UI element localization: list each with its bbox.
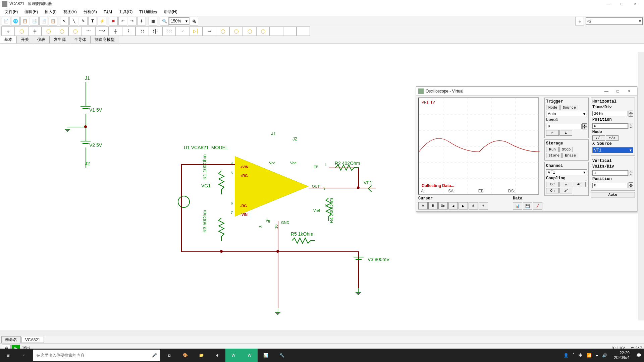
taskbar-clock[interactable]: 22:29 2020/5/4 xyxy=(611,351,632,360)
ground-icon[interactable]: ⏚ xyxy=(575,17,584,25)
minimize-button[interactable]: — xyxy=(602,2,615,6)
voltsdiv-input[interactable]: 1 xyxy=(592,170,628,176)
menu-tm[interactable]: T&M xyxy=(100,9,115,15)
comp-xfmr3[interactable]: ⌇⌇⌇ xyxy=(162,26,176,36)
zoom-tool[interactable]: 🔍 xyxy=(160,17,169,25)
taskbar-app-1[interactable]: 🎨 xyxy=(177,349,193,362)
task-view-icon[interactable]: ⧉ xyxy=(161,349,177,362)
mirror-tool[interactable]: ✛ xyxy=(137,17,146,25)
channel-combo[interactable]: VF1▾ xyxy=(546,169,587,175)
comp-ground[interactable]: ⏚ xyxy=(1,26,15,36)
source-vg1[interactable] xyxy=(178,196,190,208)
comp-s5[interactable]: ◯ xyxy=(216,26,229,36)
channel-color[interactable]: 🖊 xyxy=(559,188,572,193)
cursor-updown[interactable]: ± xyxy=(469,202,478,209)
mode-yt[interactable]: Y/T xyxy=(592,135,605,141)
voltsdiv-down[interactable]: ▼ xyxy=(629,173,633,176)
comp-cap[interactable]: ╫ xyxy=(109,26,122,36)
data-btn-2[interactable]: 💾 xyxy=(523,202,532,209)
comp-conn[interactable]: ⊸ xyxy=(203,26,216,36)
toolbar-btn-2[interactable]: 🌐 xyxy=(11,17,20,25)
tray-volume-icon[interactable]: 🔊 xyxy=(602,353,607,358)
comp-source2[interactable]: ◯ xyxy=(42,26,55,36)
timediv-input[interactable]: 200n xyxy=(592,111,628,116)
data-btn-1[interactable]: 📊 xyxy=(513,202,522,209)
mic-icon[interactable]: 🎤 xyxy=(152,353,157,358)
comp-empty-2[interactable] xyxy=(283,26,297,36)
tab-source[interactable]: 发生源 xyxy=(49,36,70,43)
grid-tool[interactable]: ▦ xyxy=(149,17,157,25)
tray-app-icon[interactable]: ● xyxy=(596,353,598,358)
comp-switch[interactable]: ⟋ xyxy=(176,26,189,36)
horiz-pos-input[interactable]: 0 xyxy=(592,123,628,129)
start-button[interactable]: ⊞ xyxy=(0,349,16,362)
rotate-left[interactable]: ↶ xyxy=(118,17,127,25)
symbol-tool[interactable]: ⚡ xyxy=(98,17,106,25)
storage-erase[interactable]: Erase xyxy=(562,153,578,158)
timediv-up[interactable]: ▲ xyxy=(629,111,633,114)
comp-source4[interactable]: ◯ xyxy=(68,26,82,36)
tab-switch[interactable]: 开关 xyxy=(16,36,33,43)
trigger-rise[interactable]: ↱ xyxy=(546,130,559,136)
taskbar-wps1[interactable]: W xyxy=(225,349,241,362)
canvas-scrollbar-v[interactable] xyxy=(638,52,644,320)
tab-basic[interactable]: 基本 xyxy=(0,36,17,43)
vert-pos-input[interactable]: 0 xyxy=(592,183,628,188)
comp-pot[interactable]: 〰↗ xyxy=(95,26,109,36)
pointer-tool[interactable]: ↖ xyxy=(60,17,69,25)
tray-chevron-icon[interactable]: ˄ xyxy=(573,353,575,358)
comp-battery[interactable]: ╪ xyxy=(28,26,42,36)
trigger-mode-combo[interactable]: Auto▾ xyxy=(546,111,587,117)
menu-view[interactable]: 视图(V) xyxy=(60,8,80,15)
trigger-level-down[interactable]: ▼ xyxy=(582,126,587,129)
comp-source1[interactable]: ◯ xyxy=(15,26,28,36)
trigger-level-up[interactable]: ▲ xyxy=(582,123,587,126)
tab-semi[interactable]: 半导体 xyxy=(70,36,91,43)
channel-on[interactable]: On xyxy=(546,188,559,193)
menu-tools[interactable]: 工具(O) xyxy=(115,8,136,15)
taskbar-wps2[interactable]: W xyxy=(241,349,258,362)
osc-auto-button[interactable]: Auto xyxy=(591,192,635,197)
comp-s7[interactable]: ◯ xyxy=(243,26,256,36)
comp-s6[interactable]: ◯ xyxy=(229,26,243,36)
oscilloscope-dialog[interactable]: Oscilloscope - Virtual — □ × VF1: 1V C xyxy=(416,86,637,212)
storage-store[interactable]: Store xyxy=(546,153,562,158)
close-button[interactable]: × xyxy=(629,2,642,6)
cursor-b[interactable]: B xyxy=(428,202,438,209)
mode-yx[interactable]: Y/X xyxy=(606,135,619,141)
cursor-right[interactable]: ▶ xyxy=(459,202,468,209)
coupling-gnd[interactable]: ⏚ xyxy=(559,182,572,187)
osc-screen[interactable]: VF1: 1V Collecting Data... A: SA: EB: xyxy=(418,98,539,195)
vpos-down[interactable]: ▼ xyxy=(629,185,633,188)
doc-tab-unnamed[interactable]: 未命名 xyxy=(1,336,21,343)
toolbar-btn-onoff[interactable]: 🔌 xyxy=(190,17,198,25)
taskbar-edge[interactable]: e xyxy=(209,349,225,362)
toolbar-btn-1[interactable]: 📄 xyxy=(2,17,10,25)
menu-ti[interactable]: TI Utilities xyxy=(136,9,160,15)
menu-edit[interactable]: 编辑(E) xyxy=(21,8,41,15)
cortana-icon[interactable]: ○ xyxy=(16,349,32,362)
taskbar-explorer[interactable]: 📁 xyxy=(193,349,209,362)
trigger-level-input[interactable]: 0 xyxy=(546,124,582,129)
toolbar-btn-5[interactable]: 📄 xyxy=(39,17,48,25)
trigger-mode-btn[interactable]: Mode xyxy=(546,105,559,110)
osc-titlebar[interactable]: Oscilloscope - Virtual — □ × xyxy=(416,87,637,96)
menu-analysis[interactable]: 分析(A) xyxy=(80,8,100,15)
taskbar-app-2[interactable]: 📊 xyxy=(258,349,274,362)
toolbar-btn-4[interactable]: 📑 xyxy=(30,17,39,25)
toolbar-btn-3[interactable]: 📋 xyxy=(20,17,29,25)
comp-empty-3[interactable] xyxy=(297,26,310,36)
cursor-find[interactable]: ⌖ xyxy=(479,202,488,209)
comp-ind[interactable]: ⌇ xyxy=(122,26,136,36)
trigger-source-btn[interactable]: Source xyxy=(560,105,578,110)
hpos-down[interactable]: ▼ xyxy=(629,126,633,129)
osc-maximize[interactable]: □ xyxy=(612,89,624,94)
pencil-tool[interactable]: ✎ xyxy=(79,17,88,25)
rotate-right[interactable]: ↷ xyxy=(128,17,137,25)
tray-people-icon[interactable]: 👤 xyxy=(564,353,569,358)
ground-combo[interactable]: 地▾ xyxy=(586,17,643,25)
tab-meter[interactable]: 仪表 xyxy=(33,36,50,43)
storage-stop[interactable]: Stop xyxy=(559,147,573,152)
trigger-fall[interactable]: ↳ xyxy=(559,130,572,136)
comp-empty-1[interactable] xyxy=(270,26,283,36)
